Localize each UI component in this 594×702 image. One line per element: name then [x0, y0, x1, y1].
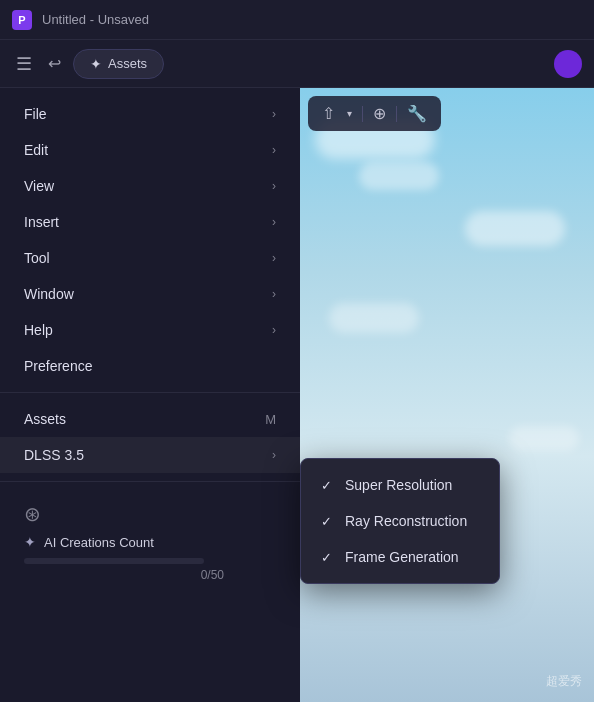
check-icon: ✓: [321, 550, 335, 565]
sparkle-icon: ✦: [24, 534, 36, 550]
toolbar-divider: [396, 106, 397, 122]
assets-icon: ✦: [90, 56, 102, 72]
title-bar: P Untitled - Unsaved: [0, 0, 594, 40]
dlss-option-super-resolution[interactable]: ✓ Super Resolution: [301, 467, 499, 503]
share-tool-button[interactable]: ⇧: [318, 102, 339, 125]
window-title: Untitled - Unsaved: [42, 12, 582, 27]
avatar[interactable]: [554, 50, 582, 78]
menu-item-dlss[interactable]: DLSS 3.5 ›: [0, 437, 300, 473]
canvas-area: ⇧ ▾ ⊕ 🔧 超爱秀: [300, 88, 594, 702]
menu-item-preference[interactable]: Preference: [0, 348, 300, 384]
chevron-icon: ›: [272, 287, 276, 301]
toolbar: ☰ ↩ ✦ Assets: [0, 40, 594, 88]
menu-item-help[interactable]: Help ›: [0, 312, 300, 348]
ai-section: ⊛ ✦ AI Creations Count 0/50: [0, 490, 300, 594]
cloud: [359, 162, 439, 190]
progress-label: 0/50: [24, 568, 224, 582]
menu-item-window[interactable]: Window ›: [0, 276, 300, 312]
cloud: [329, 303, 419, 333]
chevron-icon: ›: [272, 448, 276, 462]
ai-count-row: ✦ AI Creations Count: [24, 534, 276, 550]
check-icon: ✓: [321, 514, 335, 529]
assets-button[interactable]: ✦ Assets: [73, 49, 164, 79]
account-icon: ⊛: [24, 502, 276, 526]
chevron-icon: ›: [272, 143, 276, 157]
hamburger-button[interactable]: ☰: [12, 49, 36, 79]
check-icon: ✓: [321, 478, 335, 493]
menu-item-insert[interactable]: Insert ›: [0, 204, 300, 240]
chevron-icon: ›: [272, 215, 276, 229]
toolbar-divider: [362, 106, 363, 122]
menu-item-file[interactable]: File ›: [0, 96, 300, 132]
chevron-icon: ›: [272, 179, 276, 193]
globe-tool-button[interactable]: ⊕: [369, 102, 390, 125]
dlss-submenu: ✓ Super Resolution ✓ Ray Reconstruction …: [300, 458, 500, 584]
file-icon-button[interactable]: ↩: [44, 50, 65, 77]
dlss-option-ray-reconstruction[interactable]: ✓ Ray Reconstruction: [301, 503, 499, 539]
app-logo: P: [12, 10, 32, 30]
dlss-option-frame-generation[interactable]: ✓ Frame Generation: [301, 539, 499, 575]
menu-item-edit[interactable]: Edit ›: [0, 132, 300, 168]
menu-item-view[interactable]: View ›: [0, 168, 300, 204]
watermark: 超爱秀: [546, 673, 582, 690]
menu-divider: [0, 392, 300, 393]
menu-panel: File › Edit › View › Insert › Tool › Win…: [0, 88, 300, 702]
cloud: [509, 426, 579, 451]
chevron-icon: ›: [272, 107, 276, 121]
menu-divider-2: [0, 481, 300, 482]
wrench-tool-button[interactable]: 🔧: [403, 102, 431, 125]
chevron-icon: ›: [272, 251, 276, 265]
menu-item-tool[interactable]: Tool ›: [0, 240, 300, 276]
canvas-toolbar: ⇧ ▾ ⊕ 🔧: [308, 96, 441, 131]
chevron-icon: ›: [272, 323, 276, 337]
cloud: [465, 211, 565, 246]
sky-background: [300, 88, 594, 702]
progress-bar-container: [24, 558, 204, 564]
main-area: File › Edit › View › Insert › Tool › Win…: [0, 88, 594, 702]
menu-item-assets[interactable]: Assets M: [0, 401, 300, 437]
dropdown-icon[interactable]: ▾: [343, 106, 356, 121]
